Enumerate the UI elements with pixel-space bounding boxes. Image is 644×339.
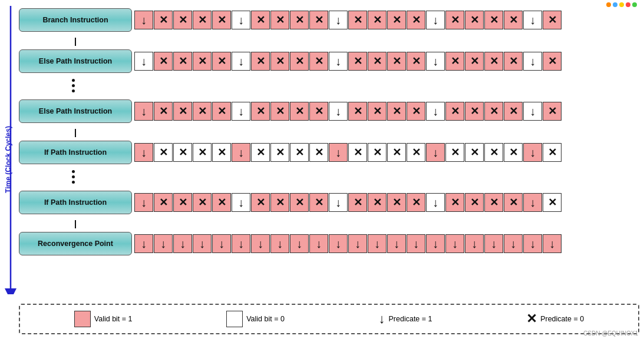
cell: ↓ [232, 52, 250, 71]
cell: ✕ [504, 102, 523, 121]
cell: ↓ [426, 193, 445, 212]
cell: ↓ [523, 193, 542, 212]
cell: ↓ [407, 234, 425, 253]
cell: ↓ [232, 102, 250, 121]
cell: ✕ [407, 143, 425, 162]
cell: ✕ [445, 102, 464, 121]
cell: ✕ [504, 52, 523, 71]
time-axis: Time (Clock Cycles) [2, 6, 19, 294]
cell: ✕ [154, 52, 173, 71]
legend-valid-1: Valid bit = 1 [74, 311, 133, 327]
legend-pink-box [74, 311, 91, 327]
cell: ✕ [465, 143, 484, 162]
else-path-instruction-1-label: Else Path Instruction [19, 49, 132, 73]
connector-line-3 [75, 220, 76, 228]
cell: ✕ [270, 52, 289, 71]
cell: ↓ [232, 11, 250, 29]
dotted-connector-1 [72, 79, 639, 95]
else-path-instruction-2-label: Else Path Instruction [19, 99, 132, 123]
cell: ↓ [290, 234, 309, 253]
cell: ↓ [329, 143, 348, 162]
legend-predicate-1-label: Predicate = 1 [389, 315, 432, 323]
dot [72, 181, 75, 184]
if-path-instruction-2-row: If Path Instruction ↓ ✕ ✕ ✕ ✕ ↓ ✕ ✕ ✕ ✕ … [19, 187, 639, 218]
cell: ↓ [232, 234, 250, 253]
cell: ✕ [270, 193, 289, 212]
main-container: Time (Clock Cycles) Branch Instruction ↓… [0, 0, 644, 339]
connector-line-1 [75, 38, 76, 46]
cell: ✕ [193, 193, 212, 212]
if-path-instruction-1-row: If Path Instruction ↓ ✕ ✕ ✕ ✕ ↓ ✕ ✕ ✕ ✕ … [19, 137, 639, 168]
cell: ✕ [309, 52, 328, 71]
cell: ✕ [484, 193, 503, 212]
cell: ↓ [368, 234, 387, 253]
cell: ↓ [348, 234, 367, 253]
else-path-instruction-2-row: Else Path Instruction ↓ ✕ ✕ ✕ ✕ ↓ ✕ ✕ ✕ … [19, 96, 639, 127]
cell: ↓ [193, 234, 212, 253]
cell: ✕ [348, 143, 367, 162]
cell: ↓ [251, 234, 270, 253]
cell: ✕ [387, 193, 406, 212]
cell: ✕ [290, 52, 309, 71]
cell: ↓ [309, 234, 328, 253]
legend-arrow: ↓ [379, 311, 385, 327]
if2-cells: ↓ ✕ ✕ ✕ ✕ ↓ ✕ ✕ ✕ ✕ ↓ ✕ ✕ ✕ ✕ ↓ ✕ ✕ ✕ ✕ [134, 193, 639, 212]
cell: ✕ [154, 143, 173, 162]
cell: ↓ [329, 11, 348, 29]
cell: ↓ [134, 11, 153, 29]
cell: ↓ [465, 234, 484, 253]
else-path-instruction-1-row: Else Path Instruction ↓ ✕ ✕ ✕ ✕ ↓ ✕ ✕ ✕ … [19, 46, 639, 77]
cell: ✕ [290, 143, 309, 162]
cell: ✕ [504, 193, 523, 212]
cell: ✕ [465, 193, 484, 212]
cell: ✕ [445, 52, 464, 71]
branch-instruction-label: Branch Instruction [19, 8, 132, 32]
dot [72, 89, 75, 92]
cell: ✕ [387, 143, 406, 162]
cell: ↓ [329, 193, 348, 212]
cell: ✕ [173, 143, 192, 162]
cell: ✕ [368, 11, 387, 29]
dot [72, 84, 75, 87]
cell: ✕ [173, 11, 192, 29]
cell: ✕ [173, 52, 192, 71]
cell: ↓ [329, 102, 348, 121]
cell: ✕ [484, 11, 503, 29]
cell: ✕ [465, 52, 484, 71]
cell: ✕ [387, 11, 406, 29]
cell: ✕ [212, 52, 231, 71]
cell: ✕ [445, 193, 464, 212]
cell: ✕ [309, 11, 328, 29]
cell: ✕ [484, 52, 503, 71]
cell: ✕ [270, 11, 289, 29]
if1-cells: ↓ ✕ ✕ ✕ ✕ ↓ ✕ ✕ ✕ ✕ ↓ ✕ ✕ ✕ ✕ ↓ ✕ ✕ ✕ ✕ [134, 143, 639, 162]
cell: ✕ [387, 102, 406, 121]
cell: ↓ [212, 234, 231, 253]
legend-x: ✕ [526, 311, 537, 327]
cell: ✕ [290, 102, 309, 121]
legend-valid-0-label: Valid bit = 0 [246, 315, 285, 323]
cell: ✕ [348, 11, 367, 29]
cell: ↓ [426, 234, 445, 253]
cell: ✕ [193, 102, 212, 121]
cell: ✕ [368, 143, 387, 162]
cell: ↓ [484, 234, 503, 253]
cell: ↓ [329, 52, 348, 71]
cell: ✕ [309, 102, 328, 121]
legend-valid-0: Valid bit = 0 [226, 311, 285, 327]
cell: ✕ [270, 143, 289, 162]
legend-predicate-0-label: Predicate = 0 [540, 315, 584, 323]
cell: ✕ [212, 193, 231, 212]
cell: ↓ [504, 234, 523, 253]
cell: ✕ [543, 193, 562, 212]
else2-cells: ↓ ✕ ✕ ✕ ✕ ↓ ✕ ✕ ✕ ✕ ↓ ✕ ✕ ✕ ✕ ↓ ✕ ✕ ✕ ✕ [134, 102, 639, 121]
cell: ↓ [329, 234, 348, 253]
cell: ↓ [523, 11, 542, 29]
legend-white-box [226, 311, 243, 327]
dot [72, 170, 75, 173]
cell: ✕ [154, 11, 173, 29]
cell: ↓ [387, 234, 406, 253]
cell: ↓ [523, 102, 542, 121]
reconvergence-row: Reconvergence Point ↓ ↓ ↓ ↓ ↓ ↓ ↓ ↓ ↓ ↓ … [19, 228, 639, 259]
cell: ✕ [484, 143, 503, 162]
